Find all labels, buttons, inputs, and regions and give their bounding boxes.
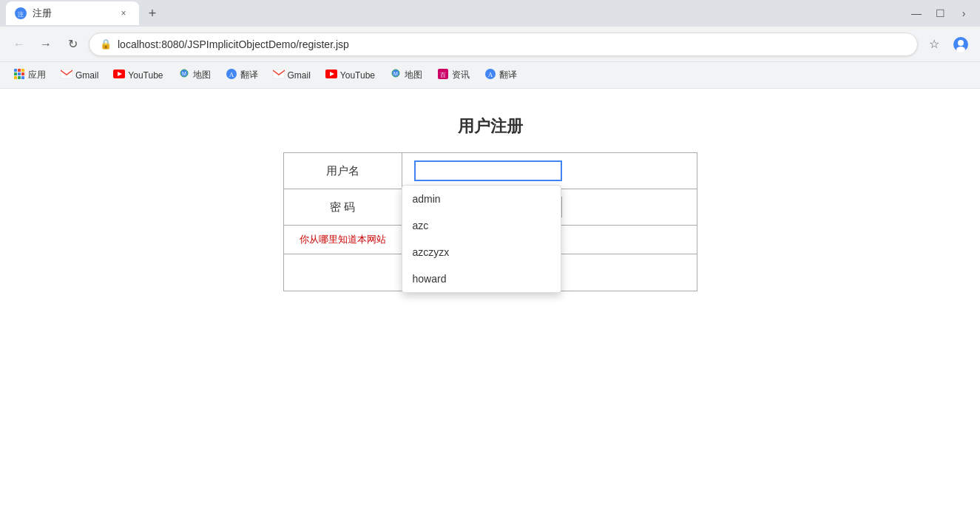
gmail2-icon <box>273 70 285 81</box>
bookmark-youtube1-label: YouTube <box>128 70 163 81</box>
svg-rect-7 <box>21 69 24 72</box>
active-tab[interactable]: 注 注册 × <box>6 1 139 25</box>
address-input-wrap[interactable]: 🔒 localhost:8080/JSPImplicitObjectDemo/r… <box>89 33 918 56</box>
username-label: 用户名 <box>283 153 402 189</box>
bookmark-translate1-label: 翻译 <box>240 69 258 81</box>
svg-rect-9 <box>18 72 21 75</box>
bookmark-gmail2[interactable]: Gmail <box>267 67 317 83</box>
translate1-icon: A <box>226 68 237 82</box>
bookmark-apps-label: 应用 <box>28 69 46 81</box>
maps1-icon: M <box>178 68 190 82</box>
source-label: 你从哪里知道本网站 <box>283 226 402 254</box>
svg-rect-11 <box>14 76 17 79</box>
news-icon: 百 <box>437 68 449 82</box>
bookmark-youtube2-label: YouTube <box>340 70 375 81</box>
submit-label-cell <box>283 254 402 291</box>
autocomplete-item-howard[interactable]: howard <box>402 265 561 292</box>
apps-icon <box>13 68 25 82</box>
svg-rect-12 <box>18 76 21 79</box>
account-button[interactable] <box>950 34 971 55</box>
gmail1-icon <box>61 70 72 81</box>
bookmark-gmail1-label: Gmail <box>75 70 98 81</box>
bookmark-maps1-label: 地图 <box>193 69 211 81</box>
bookmark-translate1[interactable]: A 翻译 <box>220 66 264 84</box>
svg-point-3 <box>958 40 964 46</box>
svg-rect-10 <box>21 72 24 75</box>
bookmark-youtube1[interactable]: YouTube <box>107 67 169 83</box>
registration-form-container: 用户名 密 码 你从哪里知道本网站 ... 电视 <box>283 152 697 291</box>
svg-rect-6 <box>18 69 21 72</box>
svg-text:M: M <box>393 71 398 76</box>
maps2-icon: M <box>390 68 402 82</box>
password-label: 密 码 <box>283 189 402 226</box>
svg-text:百: 百 <box>440 72 446 78</box>
forward-button[interactable]: → <box>36 34 56 55</box>
autocomplete-item-azczyzx[interactable]: azczyzx <box>402 239 561 265</box>
username-input[interactable] <box>414 160 562 181</box>
bookmark-news[interactable]: 百 资讯 <box>431 66 476 84</box>
maximize-button[interactable]: ☐ <box>930 3 950 24</box>
svg-text:M: M <box>182 71 186 76</box>
minimize-button[interactable]: — <box>906 3 927 24</box>
close-window-button[interactable]: › <box>953 3 974 24</box>
tab-bar: 注 注册 × + — ☐ › <box>0 0 980 27</box>
bookmark-maps1[interactable]: M 地图 <box>172 66 217 84</box>
svg-text:注: 注 <box>18 11 24 18</box>
page-content: 用户注册 用户名 密 码 你从哪里知道本网站 ... <box>0 89 980 528</box>
username-input-cell <box>402 153 697 189</box>
youtube2-icon <box>325 70 337 81</box>
bookmark-gmail1[interactable]: Gmail <box>55 67 104 83</box>
svg-rect-14 <box>61 70 72 78</box>
bookmark-maps2[interactable]: M 地图 <box>384 66 428 84</box>
new-tab-button[interactable]: + <box>142 3 163 24</box>
tab-close-button[interactable]: × <box>117 7 130 20</box>
youtube1-icon <box>113 70 125 81</box>
tab-favicon: 注 <box>15 7 27 19</box>
svg-point-4 <box>956 47 965 53</box>
translate2-icon: A <box>484 68 496 82</box>
svg-text:A: A <box>488 71 493 78</box>
svg-rect-8 <box>14 72 17 75</box>
refresh-button[interactable]: ↻ <box>62 34 83 55</box>
bookmark-apps[interactable]: 应用 <box>7 66 52 84</box>
url-display: localhost:8080/JSPImplicitObjectDemo/reg… <box>118 38 907 50</box>
bookmark-maps2-label: 地图 <box>405 69 422 81</box>
svg-rect-21 <box>273 70 285 78</box>
autocomplete-item-azc[interactable]: azc <box>402 212 561 239</box>
autocomplete-dropdown: admin azc azczyzx howard <box>402 185 561 293</box>
back-button[interactable]: ← <box>9 34 30 55</box>
bookmark-gmail2-label: Gmail <box>288 70 311 81</box>
tab-title: 注册 <box>33 7 52 20</box>
bookmark-translate2[interactable]: A 翻译 <box>479 66 523 84</box>
bookmark-news-label: 资讯 <box>452 69 470 81</box>
bookmark-translate2-label: 翻译 <box>499 69 517 81</box>
bookmarks-bar: 应用 Gmail YouTube M 地图 A 翻译 <box>0 62 980 89</box>
window-controls: — ☐ › <box>906 3 974 24</box>
svg-rect-5 <box>14 69 17 72</box>
svg-text:A: A <box>229 71 234 78</box>
page-title: 用户注册 <box>458 115 523 138</box>
bookmark-star-button[interactable]: ☆ <box>924 34 944 55</box>
bookmark-youtube2[interactable]: YouTube <box>320 67 381 83</box>
autocomplete-item-admin[interactable]: admin <box>402 186 561 212</box>
lock-icon: 🔒 <box>100 38 112 50</box>
username-row: 用户名 <box>283 153 697 189</box>
address-bar: ← → ↻ 🔒 localhost:8080/JSPImplicitObject… <box>0 27 980 62</box>
svg-rect-13 <box>21 76 24 79</box>
